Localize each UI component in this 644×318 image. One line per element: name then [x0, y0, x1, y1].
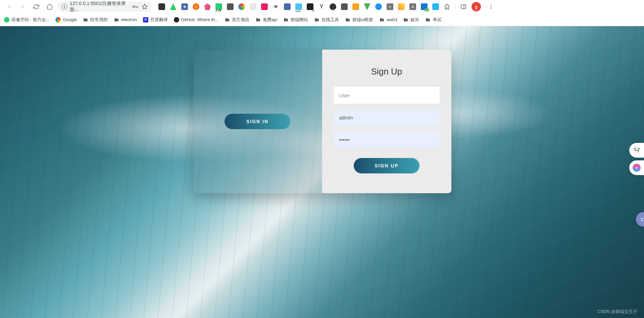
bookmark-folder[interactable]: 免费api [255, 17, 277, 23]
bookmark-label: 百度翻译 [150, 17, 168, 23]
extension-icon[interactable]: New [295, 3, 302, 10]
folder-icon [425, 17, 431, 22]
password-input[interactable] [334, 131, 440, 148]
bookmark-label: GitHub: Where th... [181, 17, 218, 22]
bookmark-folder[interactable]: 其它项目 [225, 17, 249, 23]
extension-icon[interactable]: ★ [181, 3, 188, 10]
profile-avatar[interactable]: g [472, 2, 481, 11]
folder-icon [225, 17, 230, 22]
extension-icon[interactable] [238, 3, 245, 10]
extension-icon[interactable]: A [409, 3, 416, 10]
folder-icon [83, 17, 88, 22]
extension-icon[interactable] [432, 3, 439, 10]
bookmark-folder[interactable]: web3 [379, 17, 397, 22]
forward-button[interactable] [17, 1, 28, 12]
extension-icon[interactable] [341, 3, 348, 10]
bookmark-label: 前端网站 [291, 17, 308, 23]
user-input[interactable] [334, 87, 440, 104]
svg-marker-4 [142, 4, 147, 9]
translate-widget[interactable] [629, 143, 644, 158]
bookmark-baidu[interactable]: 译 百度翻译 [143, 17, 168, 23]
folder-icon [345, 17, 350, 22]
bookmark-google[interactable]: Google [55, 17, 77, 22]
extension-icon[interactable] [284, 3, 291, 10]
extension-icon[interactable]: Y [318, 3, 325, 10]
bookmark-label: web3 [387, 17, 397, 22]
auth-card: SIGN IN Sign Up SIGN UP [193, 50, 451, 193]
bookmark-folder[interactable]: 前端ui框架 [345, 17, 373, 23]
back-button[interactable] [4, 1, 15, 12]
signup-title: Sign Up [371, 66, 402, 77]
svg-point-9 [491, 8, 492, 9]
bookmark-label: 免费api [263, 17, 277, 23]
extension-icon[interactable] [364, 3, 370, 10]
bookmark-folder[interactable]: 考试 [425, 17, 441, 23]
extension-icon[interactable] [352, 3, 359, 10]
bookmark-folder[interactable]: 前端网站 [283, 17, 308, 23]
bookmark-label: 在线工具 [321, 17, 339, 23]
signin-panel: SIGN IN [193, 50, 322, 193]
key-icon[interactable] [132, 4, 138, 9]
extension-icon[interactable] [330, 3, 336, 10]
username-input[interactable] [334, 109, 440, 126]
extension-icon[interactable]: 2.1k [215, 3, 222, 10]
extension-icon[interactable]: n [387, 3, 393, 10]
extension-icon[interactable] [204, 3, 211, 10]
bookmark-label: 前端ui框架 [352, 17, 373, 23]
bookmark-label: 经常用的 [90, 17, 108, 23]
browser-toolbar: i 127.0.0.1:5501/注册登录界面... ★ 2.1k 👁 New … [0, 0, 644, 13]
bookmark-label: 语雀空间 - 助力企... [11, 17, 49, 23]
extension-icon[interactable]: 11 [421, 3, 428, 10]
extensions-menu-icon[interactable] [444, 3, 450, 10]
folder-icon [403, 17, 408, 22]
page-content: SIGN IN Sign Up SIGN UP •• 文A CSDN @前端交互… [0, 26, 644, 318]
folder-icon [283, 17, 289, 22]
bookmark-yuque[interactable]: 语雀空间 - 助力企... [4, 17, 49, 23]
url-text: 127.0.0.1:5501/注册登录界面... [70, 1, 130, 13]
bookmark-star-icon[interactable] [142, 4, 148, 10]
extension-icon[interactable]: 👁 [273, 3, 279, 10]
bookmark-folder[interactable]: 经常用的 [83, 17, 108, 23]
bookmarks-bar: 语雀空间 - 助力企... Google 经常用的 electron 译 百度翻… [0, 13, 644, 26]
folder-icon [379, 17, 385, 22]
extension-icon[interactable] [227, 3, 234, 10]
extension-icon[interactable] [261, 3, 268, 10]
bookmark-folder[interactable]: 在线工具 [314, 17, 339, 23]
folder-icon [114, 17, 119, 22]
folder-icon [314, 17, 319, 22]
side-panel-icon[interactable] [460, 3, 467, 10]
bookmark-folder[interactable]: 娱乐 [403, 17, 419, 23]
svg-point-8 [491, 6, 492, 7]
home-button[interactable] [44, 1, 55, 12]
watermark: CSDN @前端交互仔 [597, 309, 637, 315]
baidu-icon: 译 [143, 17, 148, 22]
extension-icon[interactable] [250, 3, 256, 10]
extension-icon[interactable] [193, 3, 199, 10]
extension-icon[interactable]: 2 [307, 3, 313, 10]
bookmark-folder[interactable]: electron [114, 17, 137, 22]
google-icon [55, 17, 61, 22]
yuque-icon [4, 17, 9, 22]
extension-icon[interactable] [158, 3, 165, 10]
extension-icon[interactable] [398, 3, 405, 10]
address-bar[interactable]: i 127.0.0.1:5501/注册登录界面... [58, 2, 152, 12]
menu-button[interactable] [486, 1, 496, 12]
bookmark-github[interactable]: GitHub: Where th... [174, 17, 218, 22]
assistant-widget[interactable]: •• [629, 160, 644, 175]
reload-button[interactable] [31, 1, 42, 12]
extensions-row: ★ 2.1k 👁 New 2 Y n A 11 g [158, 1, 640, 12]
folder-icon [255, 17, 261, 22]
bookmark-label: Google [63, 17, 77, 22]
bookmark-label: 娱乐 [410, 17, 419, 23]
signup-panel: Sign Up SIGN UP [322, 50, 451, 193]
extension-icon[interactable] [375, 3, 382, 10]
divider [455, 3, 455, 10]
bookmark-label: 考试 [433, 17, 441, 23]
signin-button[interactable]: SIGN IN [225, 114, 290, 129]
signup-button[interactable]: SIGN UP [354, 158, 419, 173]
site-info-icon[interactable]: i [62, 4, 67, 9]
bookmark-label: 其它项目 [232, 17, 249, 23]
svg-rect-5 [461, 5, 466, 9]
bookmark-label: electron [121, 17, 137, 22]
extension-icon[interactable] [170, 3, 177, 10]
